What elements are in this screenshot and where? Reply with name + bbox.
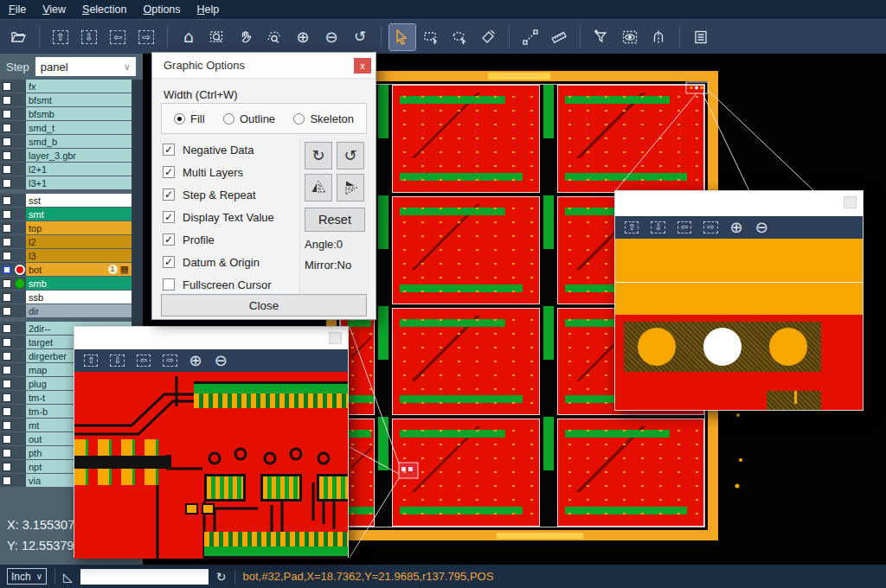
tool-pan-left[interactable]: ⇦	[677, 221, 691, 233]
layer-checkbox-smt[interactable]	[3, 210, 11, 219]
window-button-icon[interactable]	[844, 196, 857, 208]
tool-snap[interactable]	[645, 24, 671, 50]
zoom-window-viewport[interactable]	[615, 239, 863, 410]
tool-pan-right[interactable]: ⇨	[703, 221, 717, 233]
radio-fill[interactable]: Fill	[174, 112, 205, 125]
checkbox-datum-origin[interactable]: ✓Datum & Origin	[163, 251, 299, 273]
layer-item-l3-1[interactable]: l3+1	[26, 176, 132, 189]
layer-checkbox-pth[interactable]	[3, 449, 11, 457]
layer-checkbox-ssb[interactable]	[3, 293, 11, 302]
layer-item-fx[interactable]: fx	[26, 80, 132, 93]
layer-checkbox-target[interactable]	[3, 338, 11, 347]
zoom-window-viewport[interactable]	[74, 372, 348, 559]
tool-pan-down[interactable]: ⇩	[110, 355, 124, 367]
tool-zoom-previous[interactable]: ↺	[347, 24, 373, 50]
layer-checkbox-tm-b[interactable]	[3, 407, 11, 416]
tool-filter[interactable]	[588, 24, 614, 50]
layer-item-top[interactable]: top	[26, 221, 132, 234]
layer-checkbox-plug[interactable]	[3, 380, 11, 388]
layer-item-smd-t[interactable]: smd_t	[26, 121, 132, 134]
tool-pan-down[interactable]: ⇩	[651, 221, 664, 233]
refresh-icon[interactable]: ↻	[216, 571, 227, 583]
tool-pan-left[interactable]: ⇦	[105, 24, 131, 50]
tool-pan-up[interactable]: ⇧	[625, 221, 639, 233]
layer-checkbox-bfsmb[interactable]	[3, 110, 11, 118]
layer-checkbox-sst[interactable]	[3, 196, 11, 205]
tool-pan-left[interactable]: ⇦	[137, 355, 151, 367]
layer-checkbox-layer-3-gbr[interactable]	[3, 151, 11, 160]
layer-checkbox-fx[interactable]	[3, 82, 11, 91]
layer-checkbox-smb[interactable]	[3, 279, 11, 288]
zoom-window-top-right[interactable]: ⇧⇩⇦⇨⊕⊖	[614, 190, 864, 411]
layer-checkbox-l3[interactable]	[3, 252, 11, 260]
layer-checkbox-l2-1[interactable]	[3, 165, 11, 174]
layer-item-l2-1[interactable]: l2+1	[26, 163, 132, 176]
tool-zoom-out[interactable]: ⊖	[215, 353, 228, 368]
tool-select-polygon[interactable]	[446, 24, 472, 50]
menu-options[interactable]: Options	[143, 3, 180, 16]
tool-zoom-out[interactable]: ⊖	[755, 220, 768, 235]
layer-item-bfsmb[interactable]: bfsmb	[26, 107, 132, 120]
tool-zoom-polygon[interactable]	[261, 24, 287, 50]
layer-checkbox-smd-b[interactable]	[3, 137, 11, 146]
tool-open-folder[interactable]	[5, 24, 31, 50]
zoom-window-titlebar[interactable]	[615, 191, 863, 216]
menu-view[interactable]: View	[42, 3, 66, 16]
tool-report[interactable]	[688, 24, 714, 50]
layer-checkbox-tm-t[interactable]	[3, 393, 11, 402]
layer-checkbox-map[interactable]	[3, 366, 11, 374]
tool-zoom-in[interactable]: ⊕	[290, 24, 316, 50]
unit-select[interactable]: Inch ∨	[7, 568, 47, 585]
tool-zoom-in[interactable]: ⊕	[730, 220, 743, 235]
checkbox-fullscreen-cursor[interactable]: Fullscreen Cursor	[163, 273, 299, 296]
tool-ruler[interactable]	[546, 24, 572, 50]
tool-zoom-in[interactable]: ⊕	[189, 353, 202, 368]
layer-checkbox-via[interactable]	[3, 476, 11, 485]
checkbox-profile[interactable]: ✓Profile	[163, 228, 299, 251]
tool-home[interactable]: ⌂	[176, 24, 202, 50]
command-input[interactable]	[80, 569, 209, 585]
tool-pan-up[interactable]: ⇧	[84, 355, 98, 367]
close-icon[interactable]: x	[354, 58, 371, 74]
layer-item-ssb[interactable]: ssb	[26, 291, 132, 304]
tool-pan-down[interactable]: ⇩	[76, 24, 102, 50]
step-select[interactable]: panel ∨	[35, 57, 136, 76]
zoom-window-titlebar[interactable]	[74, 327, 348, 349]
layer-item-smt[interactable]: smt	[26, 208, 132, 220]
layer-item-bfsmt[interactable]: bfsmt	[26, 93, 132, 106]
tool-zoom-out[interactable]: ⊖	[318, 24, 344, 50]
menu-file[interactable]: File	[9, 3, 26, 16]
layer-checkbox-bot[interactable]	[3, 265, 11, 274]
menu-selection[interactable]: Selection	[82, 3, 126, 16]
rotate-ccw-button[interactable]: ↺	[337, 142, 364, 169]
layer-item-l2[interactable]: l2	[26, 235, 132, 248]
layer-checkbox-smd-t[interactable]	[3, 124, 11, 132]
layer-checkbox-bfsmt[interactable]	[3, 96, 11, 105]
zoom-window-bottom-left[interactable]: ⇧⇩⇦⇨⊕⊖	[74, 326, 349, 558]
layer-item-l3[interactable]: l3	[26, 249, 132, 262]
layer-checkbox-l2[interactable]	[3, 238, 11, 246]
checkbox-step-repeat[interactable]: ✓Step & Repeat	[163, 183, 299, 206]
rotate-cw-button[interactable]: ↻	[305, 142, 332, 169]
dialog-titlebar[interactable]: Graphic Options	[152, 53, 376, 79]
tool-view-options[interactable]	[617, 24, 643, 50]
layer-checkbox-npt[interactable]	[3, 463, 11, 471]
close-button[interactable]: Close	[161, 294, 367, 316]
layer-item-layer-3-gbr[interactable]: layer_3.gbr	[26, 149, 132, 162]
mirror-horizontal-button[interactable]	[305, 174, 332, 201]
tool-measure-distance[interactable]	[517, 24, 543, 50]
tool-pan-up[interactable]: ⇧	[48, 24, 74, 50]
mirror-vertical-button[interactable]	[337, 174, 364, 201]
tool-select-cursor[interactable]	[389, 24, 415, 50]
checkbox-multi-layers[interactable]: ✓Multi Layers	[163, 161, 299, 183]
layer-checkbox-mt[interactable]	[3, 421, 11, 430]
checkbox-negative-data[interactable]: ✓Negative Data	[163, 138, 299, 161]
radio-outline[interactable]: Outline	[223, 112, 275, 125]
tool-highlight-brush[interactable]	[475, 24, 501, 50]
layer-checkbox-dirgerber[interactable]	[3, 352, 11, 361]
layer-checkbox-2dir-[interactable]	[3, 324, 11, 333]
layer-item-smb[interactable]: smb	[26, 277, 132, 290]
angle-measure-icon[interactable]: ◺	[63, 571, 73, 583]
layer-item-sst[interactable]: sst	[26, 194, 132, 207]
tool-pan-hand[interactable]	[233, 24, 259, 50]
